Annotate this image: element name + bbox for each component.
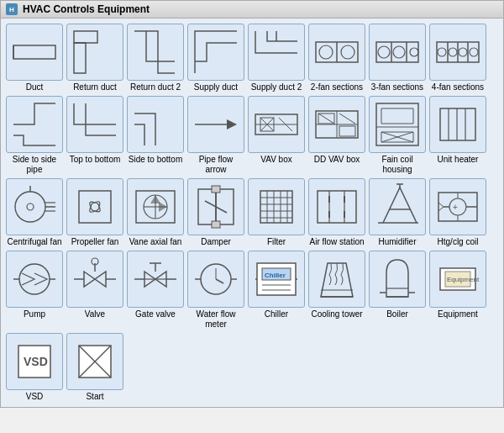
svg-rect-3 bbox=[74, 43, 86, 73]
svg-point-22 bbox=[459, 48, 467, 56]
item-air-flow-station[interactable]: Air flow station bbox=[308, 178, 365, 247]
svg-point-51 bbox=[15, 192, 45, 222]
item-pipe-flow-arrow[interactable]: Pipe flow arrow bbox=[187, 96, 244, 175]
item-htg-clg-coil[interactable]: + Htg/clg coil bbox=[429, 178, 486, 247]
svg-rect-68 bbox=[212, 186, 220, 193]
item-cooling-tower[interactable]: Cooling tower bbox=[308, 251, 365, 330]
svg-marker-25 bbox=[227, 119, 237, 129]
equipment-panel: Duct Return duct Return duct 2 S bbox=[0, 18, 504, 408]
item-3-fan-sections[interactable]: 3-fan sections bbox=[369, 24, 426, 92]
svg-point-13 bbox=[378, 46, 390, 58]
item-water-flow-meter[interactable]: Water flow meter bbox=[187, 251, 244, 330]
item-return-duct[interactable]: Return duct bbox=[66, 24, 123, 92]
svg-line-118 bbox=[216, 279, 223, 283]
item-4-fan-sections[interactable]: 4-fan sections bbox=[429, 24, 486, 92]
item-equipment[interactable]: Equipment Equipment bbox=[429, 251, 486, 330]
item-propeller-fan[interactable]: Propeller fan bbox=[66, 178, 123, 247]
svg-point-23 bbox=[470, 48, 478, 56]
svg-line-36 bbox=[318, 114, 334, 124]
item-fan-coil-housing[interactable]: Fain coil housing bbox=[369, 96, 426, 175]
app-icon: H bbox=[6, 3, 18, 15]
svg-text:Equipment: Equipment bbox=[447, 276, 480, 283]
item-2-fan-sections[interactable]: 2-fan sections bbox=[308, 24, 365, 92]
svg-text:+: + bbox=[453, 203, 458, 212]
item-start[interactable]: Start bbox=[66, 333, 123, 402]
svg-point-58 bbox=[91, 203, 99, 211]
app-title: HVAC Controls Equipment bbox=[23, 3, 150, 15]
item-damper[interactable]: Damper bbox=[187, 178, 244, 247]
item-chiller[interactable]: Chiller Chiller bbox=[248, 251, 305, 330]
svg-point-15 bbox=[410, 48, 418, 56]
svg-point-92 bbox=[449, 198, 466, 215]
svg-text:VSD: VSD bbox=[24, 355, 48, 368]
item-boiler[interactable]: Boiler bbox=[369, 251, 426, 330]
svg-rect-57 bbox=[79, 191, 111, 223]
svg-line-37 bbox=[339, 114, 355, 124]
svg-text:Chiller: Chiller bbox=[265, 272, 286, 279]
item-side-to-side-pipe[interactable]: Side to side pipe bbox=[6, 96, 63, 175]
item-unit-heater[interactable]: Unit heater bbox=[429, 96, 486, 175]
svg-rect-10 bbox=[376, 42, 418, 62]
title-bar: H HVAC Controls Equipment bbox=[0, 0, 504, 18]
item-valve[interactable]: Valve bbox=[66, 251, 123, 330]
svg-rect-2 bbox=[74, 31, 97, 43]
svg-rect-80 bbox=[318, 191, 356, 223]
svg-line-97 bbox=[438, 203, 444, 207]
item-centrifugal-fan[interactable]: Centrifugal fan bbox=[6, 178, 63, 247]
svg-rect-69 bbox=[212, 221, 220, 228]
svg-rect-39 bbox=[376, 103, 418, 145]
svg-point-14 bbox=[393, 46, 405, 58]
svg-rect-47 bbox=[440, 108, 475, 140]
item-supply-duct[interactable]: Supply duct bbox=[187, 24, 244, 92]
item-side-to-bottom[interactable]: Side to bottom bbox=[127, 96, 184, 175]
item-return-duct-2[interactable]: Return duct 2 bbox=[127, 24, 184, 92]
item-gate-valve[interactable]: Gate valve bbox=[127, 251, 184, 330]
item-top-to-bottom[interactable]: Top to bottom bbox=[66, 96, 123, 175]
svg-marker-64 bbox=[159, 202, 167, 212]
item-duct[interactable]: Duct bbox=[6, 24, 63, 92]
svg-rect-38 bbox=[339, 126, 355, 136]
svg-marker-105 bbox=[84, 272, 106, 287]
item-pump[interactable]: Pump bbox=[6, 251, 63, 330]
svg-point-20 bbox=[438, 48, 446, 56]
item-humidifier[interactable]: Humidifier bbox=[369, 178, 426, 247]
item-filter[interactable]: Filter bbox=[248, 178, 305, 247]
svg-point-9 bbox=[341, 45, 354, 59]
item-dd-vav-box[interactable]: DD VAV box bbox=[308, 96, 365, 175]
item-vav-box[interactable]: VAV box bbox=[248, 96, 305, 175]
item-supply-duct-2[interactable]: Supply duct 2 bbox=[248, 24, 305, 92]
item-vane-axial-fan[interactable]: Vane axial fan bbox=[127, 178, 184, 247]
svg-line-98 bbox=[438, 207, 444, 211]
svg-point-52 bbox=[27, 203, 34, 210]
svg-point-21 bbox=[449, 48, 457, 56]
svg-rect-0 bbox=[13, 45, 55, 59]
item-vsd[interactable]: VSD VSD bbox=[6, 333, 63, 402]
svg-point-8 bbox=[319, 45, 333, 59]
